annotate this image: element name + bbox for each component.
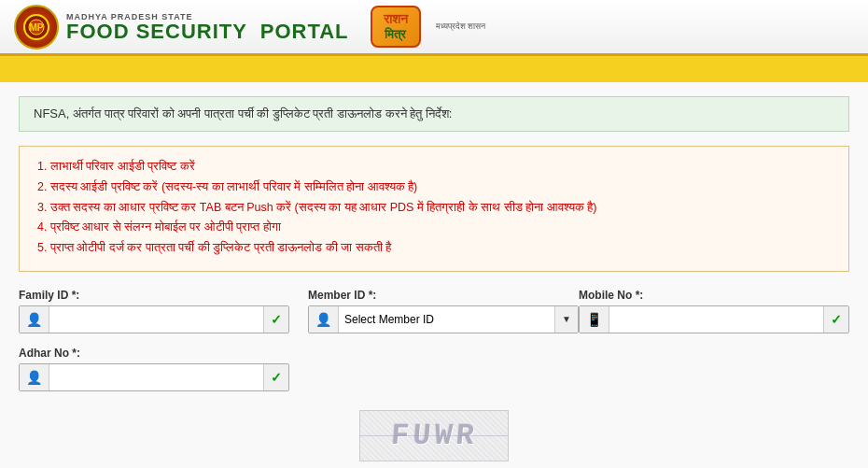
main-content: NFSA, अंतर्गत पात्र परिवारों को अपनी पात… (0, 82, 868, 468)
member-id-label: Member ID *: (308, 289, 560, 302)
captcha-line (360, 435, 508, 436)
adhar-no-group: Adhar No *: 👤 ✓ (19, 347, 289, 391)
adhar-icon: 👤 (20, 364, 49, 390)
mitra-text: मित्र (385, 27, 406, 42)
member-id-select-wrapper: 👤 Select Member ID ▼ (308, 305, 579, 333)
instruction-item-2: सदस्य आईडी प्रविष्ट करें (सदस्य-स्य का ल… (50, 178, 834, 196)
rasan-hindi-text: राशन (384, 11, 408, 27)
instruction-item-5: प्राप्त ओटीपी दर्ज कर पात्रता पर्ची की ड… (50, 239, 834, 257)
info-box: NFSA, अंतर्गत पात्र परिवारों को अपनी पात… (19, 96, 849, 132)
mobile-no-input[interactable] (609, 306, 823, 333)
adhar-no-label: Adhar No *: (19, 347, 289, 360)
form-row-1: Family ID *: 👤 ✓ Member ID *: 👤 Select M… (19, 289, 849, 333)
family-id-check-button[interactable]: ✓ (263, 306, 288, 333)
instruction-item-3: उक्त सदस्य का आधार प्रविष्ट कर TAB बटन P… (50, 199, 834, 217)
form-row-2: Adhar No *: 👤 ✓ (19, 347, 849, 391)
mobile-no-input-wrapper: 📱 ✓ (579, 305, 849, 333)
instruction-item-4: प्रविष्ट आधार से संलग्न मोबाईल पर ओटीपी … (50, 219, 834, 236)
captcha-section: FUWR Enter characters being displayed in… (19, 410, 849, 468)
mobile-no-group: Mobile No *: 📱 ✓ (579, 289, 849, 333)
portal-title-block: MADHYA PRADESH STATE FOOD SECURITY PORTA… (66, 12, 349, 42)
mobile-icon: 📱 (580, 306, 609, 333)
adhar-no-input[interactable] (49, 364, 263, 390)
page-header: MP MADHYA PRADESH STATE FOOD SECURITY PO… (0, 0, 868, 56)
mobile-no-label: Mobile No *: (579, 289, 849, 302)
portal-name: FOOD SECURITY PORTAL (66, 21, 349, 42)
rasan-mitra-badge: राशन मित्र (371, 6, 421, 48)
mobile-no-check-button[interactable]: ✓ (823, 306, 848, 333)
instructions-box: लाभार्थी परिवार आईडी प्रविष्ट करें सदस्य… (19, 146, 849, 272)
family-id-group: Family ID *: 👤 ✓ (19, 289, 289, 333)
mp-gov-text: मध्यप्रदेश शासन (436, 21, 486, 33)
adhar-no-input-wrapper: 👤 ✓ (19, 363, 289, 391)
logo-area: MP MADHYA PRADESH STATE FOOD SECURITY PO… (14, 5, 485, 50)
member-id-dropdown-icon: ▼ (554, 306, 578, 333)
emblem-icon: MP (14, 5, 59, 50)
family-id-icon: 👤 (20, 306, 49, 333)
member-id-group: Member ID *: 👤 Select Member ID ▼ (308, 289, 560, 333)
member-id-select[interactable]: Select Member ID (339, 306, 554, 333)
svg-text:MP: MP (30, 22, 44, 33)
adhar-no-check-button[interactable]: ✓ (263, 364, 288, 390)
yellow-banner (0, 56, 868, 82)
captcha-image: FUWR (359, 410, 509, 461)
member-id-icon: 👤 (309, 306, 339, 333)
family-id-input-wrapper: 👤 ✓ (19, 305, 289, 333)
instruction-item-1: लाभार्थी परिवार आईडी प्रविष्ट करें (50, 158, 834, 176)
info-box-text: NFSA, अंतर्गत पात्र परिवारों को अपनी पात… (34, 106, 452, 121)
instructions-list: लाभार्थी परिवार आईडी प्रविष्ट करें सदस्य… (34, 158, 834, 257)
family-id-input[interactable] (49, 306, 263, 333)
family-id-label: Family ID *: (19, 289, 289, 302)
